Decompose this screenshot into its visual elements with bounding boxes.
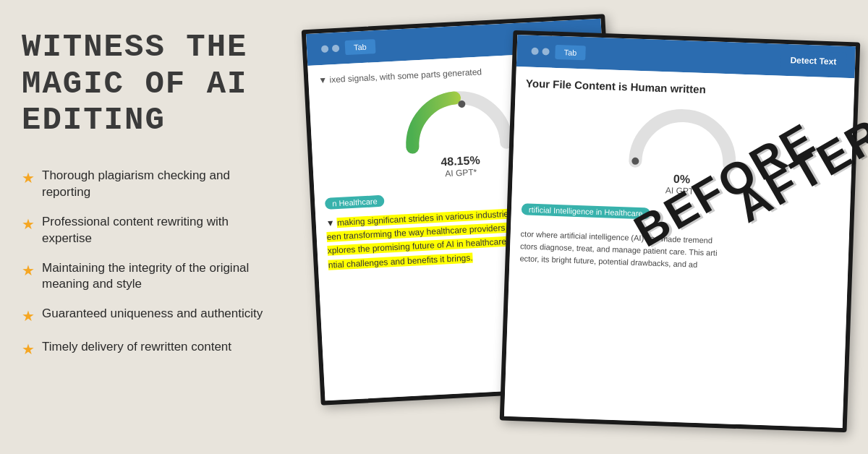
feature-item-3: ★ Maintaining the integrity of the origi… [22,260,268,294]
nav-dot-4 [542,48,549,55]
star-icon-5: ★ [22,340,35,359]
feature-text-1: Thorough plagiarism checking and reporti… [42,168,268,201]
star-icon-2: ★ [22,215,35,234]
before-gauge-unit: AI GPT* [445,167,477,179]
after-human-written: Your File Content is Human written [526,77,844,100]
nav-dots-before [321,45,339,53]
feature-item-5: ★ Timely delivery of rewritten content [22,339,268,359]
feature-text-3: Maintaining the integrity of the origina… [42,260,268,294]
star-icon-4: ★ [22,307,35,326]
nav-dots-after [531,48,549,56]
star-icon-3: ★ [22,261,35,280]
before-tag-label: n Healthcare [325,195,385,210]
after-detect-btn[interactable]: Detect Text [780,51,847,72]
feature-text-4: Guaranteed uniqueness and authenticity [42,306,263,322]
features-list: ★ Thorough plagiarism checking and repor… [22,168,268,360]
before-tab[interactable]: Tab [345,39,376,55]
main-title: WITNESS THE MAGIC OF AI EDITING [22,29,268,139]
star-icon-1: ★ [22,168,35,188]
nav-dot-1 [321,45,329,53]
left-panel: WITNESS THE MAGIC OF AI EDITING ★ Thorou… [0,0,289,454]
feature-item-1: ★ Thorough plagiarism checking and repor… [22,168,268,201]
before-gauge-svg [399,84,517,155]
after-tab[interactable]: Tab [555,45,585,60]
right-panel: Tab Detect Text ▼ ixed signals, with som… [275,0,868,454]
feature-item-2: ★ Professional content rewriting with ex… [22,214,268,247]
feature-item-4: ★ Guaranteed uniqueness and authenticity [22,306,268,326]
feature-text-2: Professional content rewriting with expe… [42,214,268,247]
feature-text-5: Timely delivery of rewritten content [42,339,231,356]
nav-dot-2 [332,45,340,53]
nav-dot-3 [531,48,538,55]
